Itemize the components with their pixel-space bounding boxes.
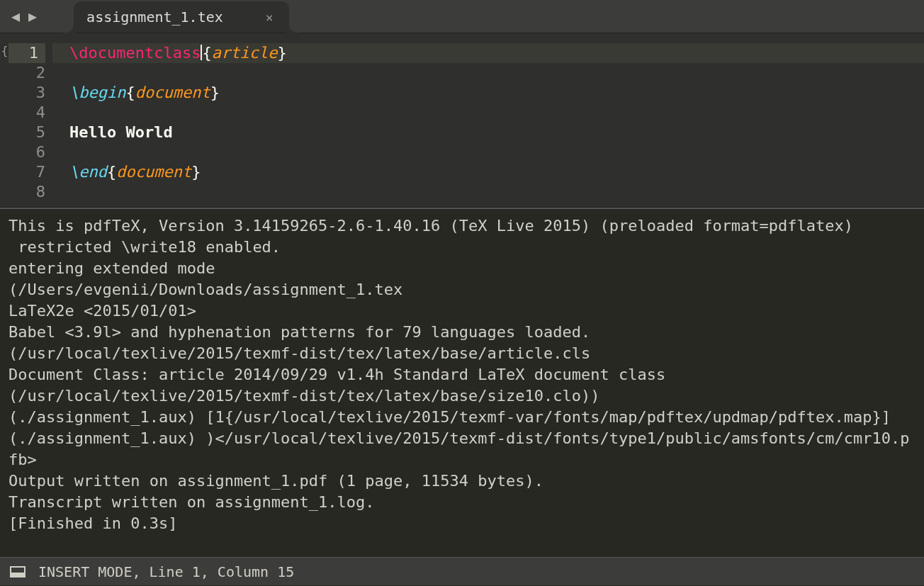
code-column[interactable]: \documentclass{article} \begin{document}… [52, 33, 924, 207]
code-line [69, 142, 924, 162]
code-line: \end{document} [69, 162, 924, 182]
code-line: \documentclass{article} [69, 43, 924, 63]
status-bar: INSERT MODE, Line 1, Column 15 [0, 557, 924, 585]
code-line [69, 63, 924, 83]
line-number: 4 [16, 103, 45, 123]
status-text: INSERT MODE, Line 1, Column 15 [38, 563, 294, 580]
line-number: 5 [16, 123, 45, 142]
line-number: 3 [16, 83, 45, 103]
close-icon[interactable]: × [266, 10, 274, 25]
editor-area[interactable]: {} 1 2 3 4 5 6 7 8 \documentclass{articl… [0, 33, 924, 207]
build-output-panel[interactable]: This is pdfTeX, Version 3.14159265-2.6-1… [0, 210, 924, 557]
file-tab[interactable]: assignment_1.tex × [74, 1, 289, 33]
code-line: Hello World [69, 123, 924, 142]
line-number: 6 [16, 142, 45, 162]
line-number: 7 [16, 162, 45, 182]
line-number: 2 [16, 63, 45, 83]
line-number: 1 [9, 43, 45, 63]
line-number: 8 [16, 182, 45, 202]
code-line: \begin{document} [69, 83, 924, 103]
panel-toggle-icon[interactable] [10, 566, 26, 577]
code-line [69, 103, 924, 123]
tab-filename: assignment_1.tex [86, 9, 223, 26]
nav-back-icon[interactable]: ◀ [9, 8, 23, 25]
nav-forward-icon[interactable]: ▶ [26, 8, 40, 25]
nav-arrows: ◀ ▶ [0, 0, 48, 33]
tab-bar: ◀ ▶ assignment_1.tex × [0, 0, 924, 33]
line-number-gutter: 1 2 3 4 5 6 7 8 [16, 33, 52, 207]
code-line [69, 182, 924, 202]
